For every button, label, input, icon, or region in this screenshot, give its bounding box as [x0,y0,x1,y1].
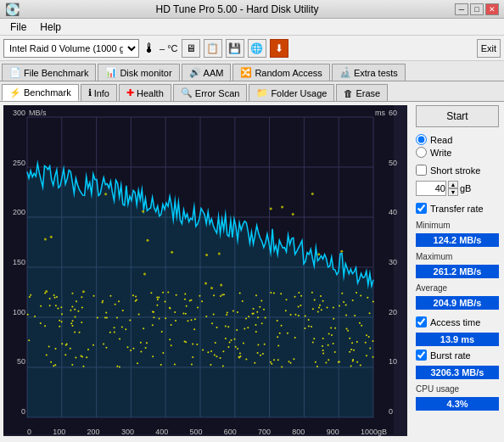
exit-button[interactable]: Exit [477,39,501,58]
burst-rate-checkbox[interactable] [416,350,427,361]
spinner-down-button[interactable]: ▼ [448,188,458,196]
tab-folder-usage[interactable]: 📁 Folder Usage [249,84,334,101]
random-access-icon: 🔀 [240,67,252,78]
transfer-rate-checkbox[interactable] [416,203,427,214]
average-value: 204.9 MB/s [416,296,499,310]
access-time-checkbox-label[interactable]: Access time [416,316,499,327]
info-icon: ℹ [88,87,92,98]
disk-monitor-icon: 📊 [105,67,117,78]
spinner-buttons: ▲ ▼ [448,181,458,196]
toolbar-icon-4[interactable]: 🌐 [248,39,266,58]
tab-file-benchmark[interactable]: 📄 File Benchmark [2,64,96,81]
file-benchmark-icon: 📄 [9,67,21,78]
toolbar-icon-3[interactable]: 💾 [226,39,244,58]
benchmark-icon: ⚡ [9,87,21,98]
tab-info[interactable]: ℹ Info [81,84,117,101]
erase-icon: 🗑 [344,88,353,98]
tab-benchmark[interactable]: ⚡ Benchmark [2,84,79,101]
health-icon: ✚ [126,87,134,98]
minimum-label: Minimum [416,221,499,230]
y-axis-left-unit: MB/s [29,109,47,117]
short-stroke-checkbox[interactable] [416,165,427,176]
tab-aam[interactable]: 🔊 AAM [182,64,232,81]
y-axis-right-unit: ms [375,109,385,117]
tab-disk-monitor[interactable]: 📊 Disk monitor [98,64,179,81]
maximum-value: 261.2 MB/s [416,265,499,278]
drive-selector[interactable]: Intel Raid 0 Volume (1000 gB) [3,39,139,58]
toolbar-icon-2[interactable]: 📋 [204,39,222,58]
start-button[interactable]: Start [416,105,499,127]
close-button[interactable]: ✕ [485,3,499,15]
tab-health[interactable]: ✚ Health [119,84,171,101]
y-axis-left-labels: 300 250 200 150 100 50 0 [3,105,27,419]
tab-erase[interactable]: 🗑 Erase [336,84,388,101]
read-radio-label[interactable]: Read [416,134,499,145]
window-controls: ─ □ ✕ [455,3,499,15]
tabs-row-2: ⚡ Benchmark ℹ Info ✚ Health 🔍 Error Scan… [0,81,504,102]
burst-rate-checkbox-label[interactable]: Burst rate [416,350,499,361]
tabs-row-1: 📄 File Benchmark 📊 Disk monitor 🔊 AAM 🔀 … [0,61,504,81]
cpu-usage-label: CPU usage [416,384,499,394]
read-write-radio-group: Read Write [416,134,499,158]
y-axis-right-labels: 60 50 40 30 20 10 0 [387,105,407,419]
short-stroke-checkbox-label[interactable]: Short stroke [416,165,499,176]
access-time-checkbox[interactable] [416,316,427,327]
spinner-up-button[interactable]: ▲ [448,181,458,188]
folder-usage-icon: 📁 [256,87,268,98]
x-axis-labels: 0 100 200 300 400 500 600 700 800 900 10… [27,428,387,436]
write-radio-label[interactable]: Write [416,147,499,158]
temperature-display: – °C [160,43,178,53]
menu-help[interactable]: Help [33,20,68,35]
write-radio[interactable] [416,147,427,158]
title-bar: 💽 HD Tune Pro 5.00 - Hard Disk Utility ─… [0,0,504,19]
error-scan-icon: 🔍 [181,87,193,98]
menu-bar: File Help [0,19,504,36]
transfer-rate-checkbox-label[interactable]: Transfer rate [416,203,499,214]
short-stroke-input[interactable] [416,181,446,196]
short-stroke-spinner-row: ▲ ▼ gB [416,181,499,196]
window-title: HD Tune Pro 5.00 - Hard Disk Utility [20,3,455,15]
minimize-button[interactable]: ─ [455,3,468,15]
tab-random-access[interactable]: 🔀 Random Access [232,64,329,81]
aam-icon: 🔊 [189,67,201,78]
main-content: 300 250 200 150 100 50 0 60 50 40 30 20 … [0,102,504,439]
burst-rate-value: 3206.3 MB/s [416,366,499,379]
tab-extra-tests[interactable]: 🔬 Extra tests [332,64,406,81]
maximum-label: Maximum [416,252,499,261]
read-radio[interactable] [416,134,427,145]
extra-tests-icon: 🔬 [339,67,351,78]
app-icon: 💽 [5,3,20,16]
tab-error-scan[interactable]: 🔍 Error Scan [173,84,248,101]
right-panel: Start Read Write Short stroke ▲ ▼ gB [411,102,504,439]
toolbar-icon-1[interactable]: 🖥 [182,39,200,58]
minimum-value: 124.2 MB/s [416,233,499,247]
maximize-button[interactable]: □ [470,3,484,15]
chart-area: 300 250 200 150 100 50 0 60 50 40 30 20 … [3,105,407,436]
thermometer-icon: 🌡 [143,41,156,56]
average-label: Average [416,283,499,293]
toolbar: Intel Raid 0 Volume (1000 gB) 🌡 – °C 🖥 📋… [0,36,504,61]
toolbar-icon-5[interactable]: ⬇ [270,39,288,58]
access-time-value: 13.9 ms [416,333,499,346]
menu-file[interactable]: File [3,20,33,35]
cpu-usage-value: 4.3% [416,397,499,411]
